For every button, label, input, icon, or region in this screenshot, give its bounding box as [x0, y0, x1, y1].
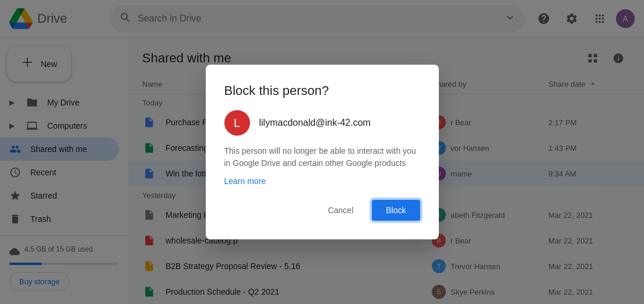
block-person-modal: Block this person? L lilymacdonald@ink-4… — [206, 65, 439, 239]
modal-user: L lilymacdonald@ink-42.com — [224, 110, 420, 136]
learn-more-link[interactable]: Learn more — [224, 176, 420, 186]
cancel-button[interactable]: Cancel — [314, 200, 368, 221]
modal-title: Block this person? — [224, 83, 420, 98]
modal-email: lilymacdonald@ink-42.com — [259, 118, 371, 128]
modal-avatar-letter: L — [234, 116, 240, 130]
modal-actions: Cancel Block — [224, 200, 420, 221]
modal-overlay[interactable]: Block this person? L lilymacdonald@ink-4… — [0, 0, 644, 304]
modal-avatar: L — [224, 110, 250, 136]
modal-description: This person will no longer be able to in… — [224, 145, 420, 169]
block-button[interactable]: Block — [372, 200, 420, 221]
